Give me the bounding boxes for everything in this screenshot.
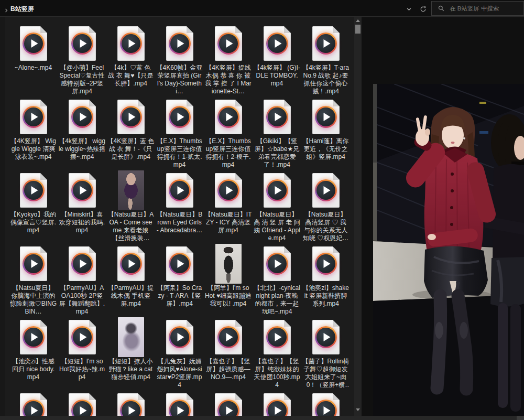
video-file-icon bbox=[20, 100, 47, 134]
file-item[interactable]: 【池奕zi】shake it 竖屏新鞋挤脚系列.mp4 bbox=[301, 245, 350, 319]
file-name: 【几兔灰】妩媚怨妇风♥Alone-sistar♥P2竖屏.mp4 bbox=[156, 358, 203, 389]
play-button-icon bbox=[169, 400, 191, 416]
play-triangle-icon bbox=[226, 186, 233, 195]
scrollbar-thumb[interactable] bbox=[355, 25, 361, 34]
file-thumb bbox=[312, 99, 340, 135]
left-rail bbox=[0, 17, 5, 416]
file-thumb bbox=[117, 99, 145, 135]
file-item[interactable]: 【嘉也子】【竖屏】纯欲妹妹的天使团100秒.mp4 bbox=[253, 319, 301, 392]
play-button-icon bbox=[315, 33, 337, 55]
play-button-icon bbox=[71, 33, 93, 55]
play-triangle-icon bbox=[178, 333, 184, 341]
file-item[interactable]: 【嘉也子】【竖屏】超强质感—NO.9—.mp4 bbox=[204, 319, 253, 392]
file-item[interactable]: 【ParmyAU】AOA100秒 2P竖屏【舞蹈翻跳】.mp4 bbox=[58, 245, 106, 319]
video-file-icon bbox=[166, 320, 193, 354]
play-triangle-icon bbox=[31, 186, 38, 195]
file-name: 【池奕zi】性感回归 nice body.mp4 bbox=[10, 358, 57, 381]
file-item[interactable]: 【Gikiki】【竖屏】☆babe★兄弟看完都恋爱了！.mp4 bbox=[253, 99, 301, 172]
file-name: 【@小萌】Feel Special♡复古性感特别版~2P竖屏.mp4 bbox=[59, 64, 106, 95]
vertical-scrollbar[interactable] bbox=[354, 17, 362, 416]
file-grid: ~Alone~.mp4 【@小萌】Feel Special♡复古性感特别版~2P… bbox=[5, 17, 354, 416]
file-thumb bbox=[312, 172, 340, 209]
file-item[interactable]: 【4k竖屏】T-ara No.9 战歌 起♪要抓住你这个偷心贼！.mp4 bbox=[301, 25, 350, 99]
file-item[interactable]: 【Kyokyo】我的偶像宣言♡竖屏.mp4 bbox=[9, 172, 58, 245]
horizontal-scrollbar[interactable] bbox=[0, 416, 524, 420]
file-item[interactable]: 【4K60帧】金亚荣竖屏直拍 (Girl's Day)-Somethi… bbox=[155, 25, 204, 99]
scroll-up-button[interactable] bbox=[354, 17, 362, 24]
file-item[interactable]: ~Alone~.mp4 bbox=[9, 25, 58, 99]
play-triangle-icon bbox=[80, 406, 87, 415]
play-button-icon bbox=[169, 106, 191, 128]
file-name: 【4k】♡蓝 色 战 衣 舞♥【只是长胖】.mp4 bbox=[107, 64, 155, 88]
file-item[interactable]: 【4K竖屏】 Wiggle Wiggle 清爽泳衣装~.mp4 bbox=[9, 99, 58, 172]
file-thumb bbox=[69, 392, 96, 416]
file-item[interactable]: 【菌子】Rollin椅子舞♡超御短发大姐姐来了~肉0！（竖屏+横屏… bbox=[301, 319, 350, 392]
video-file-icon bbox=[312, 320, 340, 354]
file-item[interactable]: 【池奕zi】性感回归 nice body.mp4 bbox=[9, 319, 58, 392]
file-thumb bbox=[69, 319, 96, 356]
file-item[interactable]: 【阿呆】So Crazy - T-ARA【竖屏】.mp4 bbox=[155, 245, 204, 319]
file-item[interactable]: 【短短】I'm so Hot我好热~辣.mp4 bbox=[58, 319, 106, 392]
resize-grip[interactable] bbox=[517, 416, 524, 420]
breadcrumb-title[interactable]: B站竖屏 bbox=[10, 5, 34, 14]
file-item[interactable]: 【Natsu夏日】高清竖屏 ♡ 我与你的关系无人知晓 ♡权恩妃… bbox=[301, 172, 350, 245]
video-file-icon bbox=[69, 173, 96, 208]
file-thumb bbox=[69, 99, 96, 135]
file-thumb bbox=[215, 319, 242, 356]
file-item[interactable]: 【Hami蓬】离你更近，《无价之姐》竖屏.mp4 bbox=[301, 99, 350, 172]
file-item[interactable] bbox=[155, 392, 204, 416]
file-item[interactable] bbox=[301, 392, 350, 416]
file-item[interactable]: 【4K竖屏】蓝 色 战 衣 舞！-《只是长胖》.mp4 bbox=[106, 99, 155, 172]
file-name: 【Kyokyo】我的偶像宣言♡竖屏.mp4 bbox=[10, 211, 57, 234]
file-item[interactable]: 【4k竖屏】 wiggle wiggle~热辣摇摆~.mp4 bbox=[58, 99, 106, 172]
play-triangle-icon bbox=[226, 39, 233, 48]
file-name: 【Natsu夏日】高清竖屏 ♡ 我与你的关系无人知晓 ♡权恩妃… bbox=[302, 211, 350, 242]
video-file-icon bbox=[69, 393, 96, 416]
play-triangle-icon bbox=[226, 333, 233, 341]
file-item[interactable]: 【ParmyAU】提线木偶 手机竖屏.mp4 bbox=[106, 245, 155, 319]
file-item[interactable]: 【E.X】Thumbs up竖屏三连你值得拥有！2-榎子.mp4 bbox=[204, 99, 253, 172]
file-item[interactable]: 【Natsu夏日】你脑海中上演的惊险刺激♡BING BIN… bbox=[9, 245, 58, 319]
file-item[interactable]: 【E.X】Thumbs up竖屏三连你值得拥有！1-贰太.mp4 bbox=[155, 99, 204, 172]
file-item[interactable]: 【北北】-cynical night plan-夜晚的都市，来一起玩吧~.mp4 bbox=[253, 245, 301, 319]
video-file-icon bbox=[20, 26, 47, 61]
play-button-icon bbox=[120, 33, 142, 55]
video-file-icon bbox=[264, 320, 291, 354]
video-file-icon bbox=[69, 246, 96, 281]
play-triangle-icon bbox=[275, 260, 282, 268]
play-button-icon bbox=[169, 179, 191, 201]
file-item[interactable] bbox=[106, 392, 155, 416]
file-item[interactable]: 【Natsu夏日】Brown Eyed Girls - Abracadabra… bbox=[155, 172, 204, 245]
file-item[interactable]: 【几兔灰】妩媚怨妇风♥Alone-sistar♥P2竖屏.mp4 bbox=[155, 319, 204, 392]
file-item[interactable]: 【4k】♡蓝 色 战 衣 舞♥【只是长胖】.mp4 bbox=[106, 25, 155, 99]
breadcrumb-chevron-icon[interactable] bbox=[4, 6, 9, 11]
file-name: 【4K60帧】金亚荣竖屏直拍 (Girl's Day)-Somethi… bbox=[156, 64, 203, 95]
play-button-icon bbox=[23, 179, 45, 201]
play-button-icon bbox=[217, 326, 239, 348]
file-thumb bbox=[215, 392, 242, 416]
file-item[interactable]: 【阿羊】I'm so Hot ♥细高跟蹦迪 我可以! .mp4 bbox=[204, 245, 253, 319]
search-box[interactable] bbox=[431, 1, 524, 16]
search-input[interactable] bbox=[449, 5, 523, 12]
file-item[interactable] bbox=[253, 392, 301, 416]
scroll-down-button[interactable] bbox=[354, 406, 362, 413]
refresh-icon[interactable] bbox=[419, 5, 427, 13]
file-item[interactable]: 【@小萌】Feel Special♡复古性感特别版~2P竖屏.mp4 bbox=[58, 25, 106, 99]
file-item[interactable]: 【Natsu夏日】ITZY - ICY 高清竖屏.mp4 bbox=[204, 172, 253, 245]
video-file-icon bbox=[312, 26, 340, 61]
file-item[interactable]: 【Natsu夏日】AOA - Come see me 来看老娘 【丝滑换装… bbox=[106, 172, 155, 245]
file-item[interactable]: 【短短】撩人小野猫？like a cat 猫步轻俏.mp4 bbox=[106, 319, 155, 392]
file-item[interactable]: 【Miniskirt】喜欢穿短裙的我吗.mp4 bbox=[58, 172, 106, 245]
file-item[interactable] bbox=[9, 392, 58, 416]
chevron-down-icon[interactable] bbox=[405, 5, 413, 13]
file-item[interactable]: 【4K竖屏】提线木偶 恭 喜 你 被 我 掌 控 了 I Marionette-… bbox=[204, 25, 253, 99]
file-item[interactable] bbox=[58, 392, 106, 416]
file-thumb bbox=[20, 245, 47, 282]
play-button-icon bbox=[266, 253, 288, 275]
file-item[interactable]: 【Natsu夏日】高 清 竖 屏 老 阿 姨 Gfriend - Apple.m… bbox=[253, 172, 301, 245]
file-item[interactable]: 【4k竖屏】 (G)I-DLE TOMBOY.mp4 bbox=[253, 25, 301, 99]
play-triangle-icon bbox=[324, 260, 331, 268]
photo-thumbnail bbox=[215, 244, 242, 284]
file-name: 【菌子】Rollin椅子舞♡超御短发大姐姐来了~肉0！（竖屏+横屏… bbox=[302, 358, 350, 389]
file-item[interactable] bbox=[204, 392, 253, 416]
